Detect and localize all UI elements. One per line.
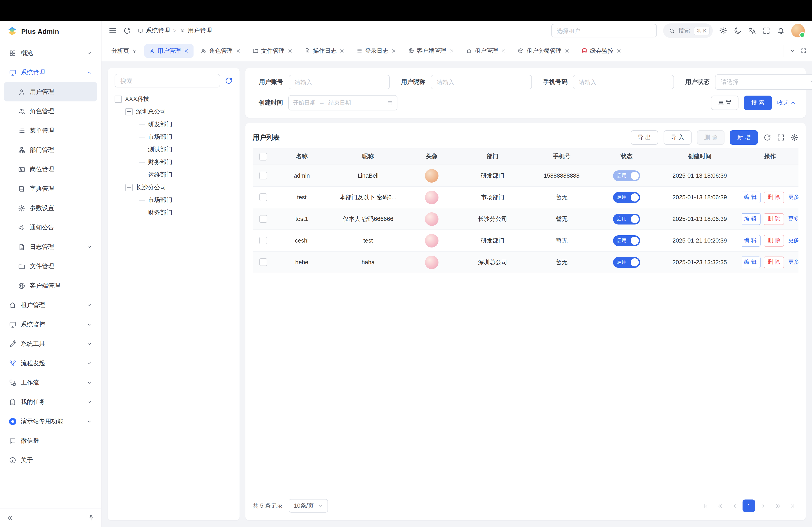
page-number-current[interactable]: 1: [742, 499, 755, 512]
sidebar-item-user-mgmt[interactable]: 用户管理: [4, 82, 97, 102]
collapse-sidebar-icon[interactable]: [6, 514, 14, 522]
fullscreen-icon[interactable]: [763, 27, 770, 35]
tab-tenant-package-mgmt[interactable]: 租户套餐管理: [513, 44, 574, 58]
delete-button[interactable]: 删 除: [697, 130, 725, 145]
close-tab-icon[interactable]: [391, 48, 396, 54]
table-settings-icon[interactable]: [791, 133, 798, 141]
tab-cache-monitor[interactable]: 缓存监控: [577, 44, 626, 58]
search-button[interactable]: 搜 索: [744, 95, 772, 110]
next-group-button[interactable]: [771, 499, 784, 512]
content-fullscreen-icon[interactable]: [801, 48, 807, 54]
tab-login-log[interactable]: 登录日志: [352, 44, 401, 58]
tree-node-company[interactable]: XXX科技: [115, 93, 233, 105]
more-button[interactable]: 更多: [787, 213, 798, 225]
status-toggle[interactable]: 启用: [613, 257, 640, 268]
tree-refresh-icon[interactable]: [224, 77, 233, 85]
dark-mode-icon[interactable]: [734, 27, 742, 35]
status-select[interactable]: 请选择: [715, 74, 812, 90]
delete-row-button[interactable]: 删 除: [764, 213, 784, 225]
more-button[interactable]: 更多: [787, 256, 798, 268]
collapse-node-icon[interactable]: [126, 108, 133, 116]
pin-sidebar-icon[interactable]: [88, 514, 95, 522]
prev-group-button[interactable]: [714, 499, 726, 512]
close-tab-icon[interactable]: [339, 48, 345, 54]
sidebar-item-system-tools[interactable]: 系统工具: [4, 334, 97, 353]
sidebar-item-system-mgmt[interactable]: 系统管理: [4, 63, 97, 82]
nickname-input[interactable]: [431, 75, 532, 89]
tab-client-mgmt[interactable]: 客户端管理: [404, 44, 459, 58]
notifications-bell-icon[interactable]: [777, 27, 785, 35]
user-avatar[interactable]: [791, 24, 805, 37]
tab-tenant-mgmt[interactable]: 租户管理: [462, 44, 511, 58]
row-checkbox[interactable]: [259, 172, 267, 179]
sidebar-item-wechat-group[interactable]: 微信群: [4, 431, 97, 450]
tab-file-mgmt[interactable]: 文件管理: [248, 44, 297, 58]
close-tab-icon[interactable]: [449, 48, 454, 54]
delete-row-button[interactable]: 删 除: [764, 235, 784, 246]
close-tab-icon[interactable]: [235, 48, 241, 54]
breadcrumb-item-user[interactable]: 用户管理: [179, 27, 212, 35]
more-button[interactable]: 更多: [787, 235, 798, 246]
edit-button[interactable]: 编 辑: [742, 213, 760, 225]
tree-node-leaf[interactable]: 市场部门: [140, 131, 233, 144]
table-refresh-icon[interactable]: [763, 133, 771, 141]
account-input[interactable]: [289, 75, 390, 89]
sidebar-item-client-mgmt[interactable]: 客户端管理: [4, 276, 97, 295]
sidebar-item-tenant-mgmt[interactable]: 租户管理: [4, 295, 97, 315]
status-toggle[interactable]: 启用: [613, 170, 640, 181]
language-icon[interactable]: [748, 27, 756, 35]
row-checkbox[interactable]: [259, 193, 267, 201]
close-tab-icon[interactable]: [616, 48, 622, 54]
edit-button[interactable]: 编 辑: [742, 256, 760, 268]
status-toggle[interactable]: 启用: [613, 235, 640, 246]
export-button[interactable]: 导 出: [630, 130, 658, 145]
collapse-node-icon[interactable]: [126, 184, 133, 191]
sidebar-item-overview[interactable]: 概览: [4, 43, 97, 63]
add-button[interactable]: 新 增: [730, 130, 758, 145]
hamburger-icon[interactable]: [109, 27, 117, 35]
collapse-filters-button[interactable]: 收起: [777, 99, 796, 107]
sidebar-item-demo-features[interactable]: 演示站专用功能: [4, 411, 97, 431]
tab-operation-log[interactable]: 操作日志: [300, 44, 349, 58]
sidebar-item-workflow[interactable]: 工作流: [4, 373, 97, 392]
prev-page-button[interactable]: [728, 499, 741, 512]
sidebar-item-about[interactable]: 关于: [4, 450, 97, 470]
tree-node-leaf[interactable]: 运维部门: [140, 169, 233, 181]
sidebar-item-dict-mgmt[interactable]: 字典管理: [4, 179, 97, 198]
status-toggle[interactable]: 启用: [613, 213, 640, 224]
brand[interactable]: Plus Admin: [0, 21, 101, 42]
tab-role-mgmt[interactable]: 角色管理: [196, 44, 245, 58]
created-date-range-picker[interactable]: 开始日期 → 结束日期: [289, 95, 397, 110]
delete-row-button[interactable]: 删 除: [764, 191, 784, 203]
first-page-button[interactable]: [699, 499, 712, 512]
sidebar-item-notice[interactable]: 通知公告: [4, 218, 97, 237]
sidebar-item-my-tasks[interactable]: 我的任务: [4, 392, 97, 411]
tree-node-leaf[interactable]: 研发部门: [140, 118, 233, 131]
tree-node-leaf[interactable]: 市场部门: [140, 194, 233, 207]
tab-user-mgmt[interactable]: 用户管理: [144, 44, 193, 58]
sidebar-item-menu-mgmt[interactable]: 菜单管理: [4, 121, 97, 140]
table-fullscreen-icon[interactable]: [777, 133, 785, 141]
collapse-node-icon[interactable]: [115, 95, 122, 103]
tenant-select-input[interactable]: [551, 24, 656, 37]
sidebar-item-post-mgmt[interactable]: 岗位管理: [4, 160, 97, 179]
last-page-button[interactable]: [786, 499, 798, 512]
edit-button[interactable]: 编 辑: [742, 191, 760, 203]
settings-icon[interactable]: [719, 27, 727, 35]
close-tab-icon[interactable]: [501, 48, 506, 54]
more-button[interactable]: 更多: [787, 191, 798, 203]
refresh-page-icon[interactable]: [123, 27, 131, 35]
tree-node-leaf[interactable]: 财务部门: [140, 207, 233, 219]
tab-analysis[interactable]: 分析页: [107, 44, 142, 58]
row-checkbox[interactable]: [259, 215, 267, 223]
tree-search-input[interactable]: [115, 74, 220, 88]
next-page-button[interactable]: [757, 499, 770, 512]
sidebar-item-process-start[interactable]: 流程发起: [4, 353, 97, 373]
sidebar-item-param-settings[interactable]: 参数设置: [4, 198, 97, 218]
tree-node-leaf[interactable]: 财务部门: [140, 156, 233, 169]
status-toggle[interactable]: 启用: [613, 192, 640, 202]
close-tab-icon[interactable]: [184, 48, 189, 54]
page-size-select[interactable]: 10条/页: [289, 499, 328, 513]
import-button[interactable]: 导 入: [664, 130, 691, 145]
sidebar-item-system-monitor[interactable]: 系统监控: [4, 315, 97, 334]
